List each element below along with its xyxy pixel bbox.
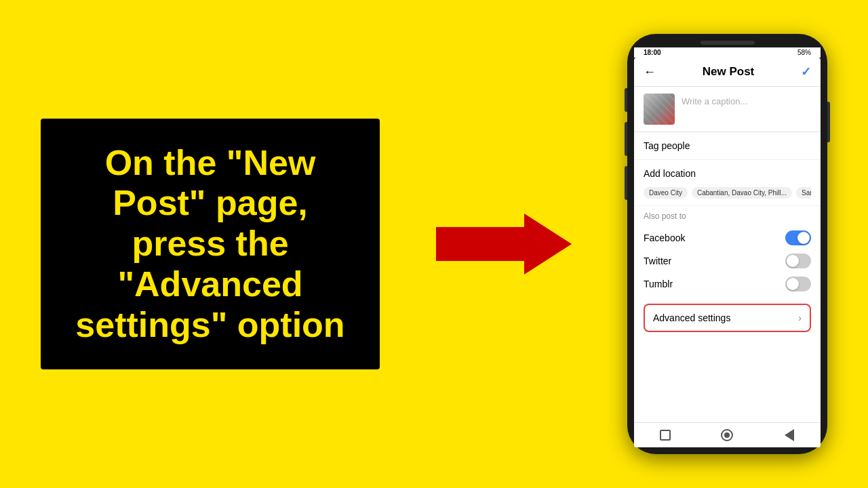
volume-down-button: [625, 166, 627, 200]
location-row: Daveo City Cabantian, Davao City, Phill.…: [644, 187, 811, 199]
battery-icon: 58%: [797, 49, 811, 56]
volume-up-button: [625, 122, 627, 156]
post-thumbnail: [644, 94, 675, 125]
circle-icon: [721, 429, 733, 441]
svg-marker-0: [436, 214, 572, 274]
toggle-knob: [787, 255, 799, 267]
advanced-settings-label: Advanced settings: [653, 312, 730, 323]
location-tag-1[interactable]: Daveo City: [644, 187, 688, 199]
advanced-settings-button[interactable]: Advanced settings ›: [644, 304, 811, 332]
triangle-icon: [785, 429, 794, 441]
tag-people-item[interactable]: Tag people: [634, 132, 821, 160]
tumblr-label: Tumblr: [644, 279, 673, 289]
tumblr-toggle[interactable]: [785, 277, 811, 291]
nav-back-button[interactable]: [783, 428, 796, 442]
facebook-label: Facebook: [644, 232, 685, 243]
facebook-toggle[interactable]: [785, 230, 811, 245]
nav-home-button[interactable]: [720, 428, 734, 442]
instruction-text: On the "New Post" page, press the "Advan…: [61, 143, 359, 346]
status-bar: 18:00 58%: [634, 47, 821, 58]
also-post-section: Also post to Facebook Twitter Tumblr: [634, 206, 821, 298]
nav-square-button[interactable]: [658, 428, 672, 442]
location-tag-3[interactable]: Samal, Daveo...: [796, 187, 811, 199]
mute-button: [625, 88, 627, 112]
back-button[interactable]: ←: [644, 65, 656, 79]
status-battery: 58%: [797, 49, 811, 56]
confirm-button[interactable]: ✓: [801, 64, 811, 79]
twitter-row: Twitter: [644, 249, 811, 272]
also-post-label: Also post to: [644, 211, 811, 221]
page-title: New Post: [703, 65, 755, 79]
instruction-box: On the "New Post" page, press the "Advan…: [41, 119, 380, 369]
twitter-toggle[interactable]: [785, 253, 811, 268]
location-tag-2[interactable]: Cabantian, Davao City, Phill...: [692, 187, 792, 199]
twitter-label: Twitter: [644, 256, 671, 266]
red-arrow-icon: [436, 203, 572, 285]
tag-people-label: Tag people: [644, 140, 690, 151]
location-tags-section: Daveo City Cabantian, Davao City, Phill.…: [634, 183, 821, 206]
empty-space: [634, 338, 821, 422]
power-button: [827, 102, 830, 142]
toggle-knob: [797, 232, 810, 244]
bottom-nav: [634, 422, 821, 447]
phone-mockup: 18:00 58% ← New Post ✓ Write a caption..…: [627, 34, 827, 454]
caption-field[interactable]: Write a caption...: [682, 94, 811, 106]
add-location-label: Add location: [644, 168, 696, 179]
add-location-item[interactable]: Add location: [634, 160, 821, 183]
chevron-right-icon: ›: [798, 312, 802, 323]
arrow-container: [380, 20, 627, 468]
app-header: ← New Post ✓: [634, 58, 821, 87]
toggle-knob: [787, 278, 799, 290]
phone-notch: [701, 41, 755, 45]
app-screen: ← New Post ✓ Write a caption... Tag peop…: [634, 58, 821, 447]
square-icon: [660, 430, 671, 441]
post-preview: Write a caption...: [634, 87, 821, 132]
tumblr-row: Tumblr: [644, 272, 811, 296]
facebook-row: Facebook: [644, 226, 811, 249]
status-time: 18:00: [644, 49, 661, 56]
